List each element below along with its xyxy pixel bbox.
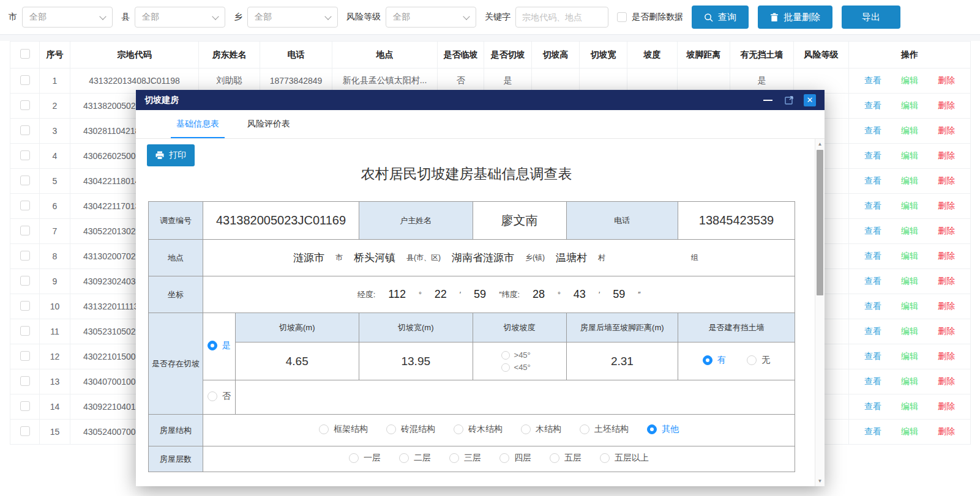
select-all-checkbox[interactable] [20, 49, 30, 59]
radio-option[interactable]: 砖混结构 [386, 424, 435, 435]
row-checkbox[interactable] [20, 201, 30, 210]
view-link[interactable]: 查看 [864, 176, 881, 185]
row-checkbox[interactable] [20, 351, 30, 361]
delete-link[interactable]: 删除 [938, 326, 955, 336]
radio-icon[interactable] [703, 355, 713, 365]
view-link[interactable]: 查看 [864, 276, 881, 286]
delete-link[interactable]: 删除 [938, 201, 955, 210]
keyword-input[interactable] [515, 7, 608, 28]
edit-link[interactable]: 编辑 [901, 251, 918, 261]
view-link[interactable]: 查看 [864, 75, 881, 85]
minimize-icon[interactable] [763, 100, 772, 101]
export-button[interactable]: 导出 [842, 6, 900, 29]
radio-icon[interactable] [208, 341, 217, 350]
radio-option-lt45[interactable]: <45° [501, 363, 531, 372]
radio-icon[interactable] [600, 453, 610, 463]
scroll-down-icon[interactable]: ▼ [815, 478, 825, 484]
delete-link[interactable]: 删除 [938, 276, 955, 286]
county-select[interactable]: 全部 [135, 7, 225, 28]
radio-option[interactable]: 五层 [550, 453, 582, 464]
edit-link[interactable]: 编辑 [901, 100, 918, 110]
radio-icon[interactable] [499, 453, 509, 463]
delete-link[interactable]: 删除 [938, 376, 955, 386]
maximize-icon[interactable] [785, 95, 794, 105]
radio-option[interactable]: 二层 [399, 453, 431, 464]
edit-link[interactable]: 编辑 [901, 125, 918, 135]
delete-link[interactable]: 删除 [938, 401, 955, 411]
row-checkbox[interactable] [20, 176, 30, 185]
row-checkbox[interactable] [20, 401, 30, 411]
query-button[interactable]: 查询 [692, 6, 749, 29]
radio-option-gt45[interactable]: >45° [501, 350, 531, 360]
radio-icon[interactable] [747, 355, 757, 365]
edit-link[interactable]: 编辑 [901, 276, 918, 286]
edit-link[interactable]: 编辑 [901, 326, 918, 336]
edit-link[interactable]: 编辑 [901, 351, 918, 361]
batch-delete-button[interactable]: 批量删除 [758, 6, 832, 29]
row-checkbox[interactable] [20, 326, 30, 336]
radio-option[interactable]: 三层 [449, 453, 481, 464]
delete-link[interactable]: 删除 [938, 176, 955, 185]
view-link[interactable]: 查看 [864, 351, 881, 361]
view-link[interactable]: 查看 [864, 226, 881, 235]
view-link[interactable]: 查看 [864, 125, 881, 135]
radio-option[interactable]: 其他 [647, 424, 679, 435]
radio-icon[interactable] [386, 424, 396, 434]
tab-basic-info[interactable]: 基础信息表 [176, 110, 219, 138]
view-link[interactable]: 查看 [864, 100, 881, 110]
row-checkbox[interactable] [20, 426, 30, 436]
close-icon[interactable]: ✕ [804, 94, 816, 106]
radio-icon[interactable] [580, 424, 589, 434]
delete-link[interactable]: 删除 [938, 301, 955, 311]
radio-option[interactable]: 一层 [349, 453, 381, 464]
delete-link[interactable]: 删除 [938, 75, 955, 85]
modal-scrollbar[interactable]: ▲ ▼ [815, 139, 825, 486]
view-link[interactable]: 查看 [864, 326, 881, 336]
radio-option-yes[interactable]: 是 [208, 340, 231, 351]
radio-icon[interactable] [521, 424, 531, 434]
checkbox-icon[interactable] [617, 12, 627, 22]
tab-risk-evaluation[interactable]: 风险评价表 [247, 110, 290, 138]
delete-link[interactable]: 删除 [938, 150, 955, 160]
row-checkbox[interactable] [20, 125, 30, 135]
view-link[interactable]: 查看 [864, 201, 881, 210]
radio-icon[interactable] [399, 453, 409, 463]
edit-link[interactable]: 编辑 [901, 226, 918, 235]
delete-link[interactable]: 删除 [938, 100, 955, 110]
row-checkbox[interactable] [20, 301, 30, 311]
delete-link[interactable]: 删除 [938, 226, 955, 235]
edit-link[interactable]: 编辑 [901, 150, 918, 160]
radio-icon[interactable] [550, 453, 559, 463]
radio-option[interactable]: 四层 [499, 453, 531, 464]
radio-option-wall-yes[interactable]: 有 [703, 355, 726, 366]
radio-option-no[interactable]: 否 [208, 391, 231, 402]
delete-link[interactable]: 删除 [938, 426, 955, 436]
row-checkbox[interactable] [20, 276, 30, 286]
township-select[interactable]: 全部 [247, 7, 338, 28]
radio-option[interactable]: 框架结构 [319, 424, 368, 435]
radio-icon[interactable] [454, 424, 463, 434]
risk-select[interactable]: 全部 [386, 7, 476, 28]
edit-link[interactable]: 编辑 [901, 75, 918, 85]
radio-icon[interactable] [647, 424, 657, 434]
edit-link[interactable]: 编辑 [901, 201, 918, 210]
row-checkbox[interactable] [20, 226, 30, 235]
radio-option-wall-no[interactable]: 无 [747, 355, 770, 366]
view-link[interactable]: 查看 [864, 376, 881, 386]
view-link[interactable]: 查看 [864, 426, 881, 436]
edit-link[interactable]: 编辑 [901, 401, 918, 411]
scrollbar-thumb[interactable] [817, 150, 823, 295]
edit-link[interactable]: 编辑 [901, 176, 918, 185]
radio-option[interactable]: 土坯结构 [580, 424, 629, 435]
row-checkbox[interactable] [20, 251, 30, 261]
delete-link[interactable]: 删除 [938, 125, 955, 135]
radio-option[interactable]: 五层以上 [600, 453, 649, 464]
radio-icon[interactable] [349, 453, 359, 463]
row-checkbox[interactable] [20, 376, 30, 386]
view-link[interactable]: 查看 [864, 301, 881, 311]
radio-option[interactable]: 木结构 [521, 424, 561, 435]
delete-link[interactable]: 删除 [938, 251, 955, 261]
show-deleted-checkbox[interactable]: 是否删除数据 [617, 12, 683, 23]
print-button[interactable]: 打印 [147, 144, 195, 166]
delete-link[interactable]: 删除 [938, 351, 955, 361]
